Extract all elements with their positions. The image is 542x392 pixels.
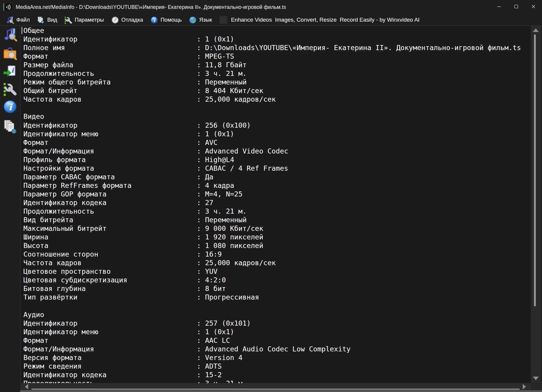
scroll-left-icon[interactable] (25, 384, 28, 389)
section-title-audio: Аудио (20, 310, 531, 319)
info-row: Параметр GOP формата: M=4, N=25 (20, 190, 531, 198)
row-label: Ширина (23, 233, 197, 241)
toolbar-export-button[interactable]: i (3, 65, 17, 79)
info-row: Идентификатор кодека: 15-2 (20, 370, 531, 379)
row-value: Advanced Video Codec (205, 147, 288, 155)
toolbar-about-button[interactable]: i (3, 100, 17, 115)
toolbar-open-folder-button[interactable] (3, 46, 17, 61)
row-label: Идентификатор (23, 319, 197, 327)
row-label: Общий битрейт (23, 87, 197, 95)
row-label: Формат (23, 52, 197, 60)
row-value: 27 (205, 199, 213, 207)
info-row: Идентификатор меню: 1 (0x1) (20, 129, 531, 138)
left-toolbar: ii (0, 26, 20, 392)
scroll-up-icon[interactable] (533, 28, 539, 32)
maximize-button[interactable] (508, 0, 525, 14)
row-value: 4:2:0 (205, 276, 226, 284)
info-row: Общий битрейт: 8 404 Кбит/сек (20, 86, 531, 95)
media-info-text[interactable]: ОбщееИдентификатор: 1 (0x1)Полное имя: D… (20, 26, 531, 383)
row-value: 1 080 пикселей (205, 241, 263, 249)
row-separator: : (197, 69, 205, 77)
title-bar: MediaArea.net/MediaInfo - D:\Downloads\Y… (0, 0, 542, 14)
row-separator: : (197, 95, 205, 103)
close-icon (531, 4, 536, 10)
menu-item-label: Отладка (121, 17, 143, 23)
minimize-button[interactable] (490, 0, 508, 14)
toolbar-options-button[interactable] (3, 82, 17, 97)
row-separator: : (197, 130, 205, 138)
menu-item-language[interactable]: Язык (185, 14, 215, 25)
wrench-dots-icon (3, 82, 17, 97)
menu-item-debug[interactable]: Отладка (108, 14, 147, 25)
blank-line (20, 103, 531, 112)
horizontal-scrollbar[interactable] (20, 383, 531, 390)
row-separator: : (197, 379, 205, 383)
row-value: 15-2 (205, 371, 222, 379)
row-separator: : (197, 267, 205, 275)
info-row: Высота: 1 080 пикселей (20, 241, 531, 250)
row-separator: : (197, 121, 205, 129)
info-row: Режим общего битрейта: Переменный (20, 78, 531, 86)
row-value: 1 (0x1) (205, 35, 234, 43)
info-row: Полное имя: D:\Downloads\YOUTUBE\«Импери… (20, 43, 531, 52)
row-separator: : (197, 164, 205, 172)
row-label: Профиль формата (23, 156, 197, 164)
info-circle-icon: i (3, 100, 17, 115)
row-separator: : (197, 190, 205, 198)
row-value: AVC (205, 138, 218, 146)
vertical-scrollbar-thumb[interactable] (534, 34, 536, 306)
info-row: Формат: AVC (20, 138, 531, 147)
info-row: Идентификатор: 1 (0x1) (20, 35, 531, 43)
row-label: Параметр GOP формата (23, 190, 197, 198)
menu-item-file[interactable]: Файл (2, 14, 33, 25)
blank-line (20, 302, 531, 310)
row-separator: : (197, 156, 205, 164)
docs-globe-icon (3, 119, 17, 135)
info-row: Режим сведения: ADTS (20, 362, 531, 370)
scroll-right-icon[interactable] (523, 384, 526, 389)
row-separator: : (197, 250, 205, 258)
row-value: 16:9 (205, 250, 222, 258)
close-button[interactable] (525, 0, 542, 14)
info-row: Настройки формата: CABAC / 4 Ref Frames (20, 164, 531, 172)
row-value: MPEG-TS (205, 52, 234, 60)
menu-item-label: Файл (16, 17, 30, 23)
info-row: Максимальный битрейт: 9 000 Кбит/сек (20, 224, 531, 233)
mediainfo-window: { "window": { "title": "MediaArea.net/Me… (0, 0, 542, 392)
horizontal-scrollbar-thumb[interactable] (31, 388, 520, 390)
row-label: Параметр RefFrames формата (23, 181, 197, 189)
row-separator: : (197, 284, 205, 292)
row-value: 8 бит (205, 284, 226, 292)
row-label: Частота кадров (23, 95, 197, 103)
row-value: High@L4 (205, 156, 234, 164)
row-separator: : (197, 319, 205, 327)
row-separator: : (197, 362, 205, 370)
row-label: Идентификатор кодека (23, 199, 197, 207)
row-separator: : (197, 138, 205, 146)
scroll-down-icon[interactable] (533, 377, 539, 380)
info-row: Частота кадров: 25,000 кадров/сек (20, 95, 531, 103)
row-label: Идентификатор (23, 35, 197, 43)
vertical-scrollbar[interactable] (531, 26, 541, 383)
menu-item-label: Помощь (161, 17, 182, 23)
menu-item-view[interactable]: Вид (33, 14, 60, 25)
row-separator: : (197, 336, 205, 344)
toolbar-open-file-button[interactable] (3, 28, 17, 42)
row-value: 25,000 кадров/сек (205, 95, 276, 103)
winxvideo-promo-text[interactable]: Enhance Videos Images, Convert, Resize R… (231, 17, 419, 23)
row-label: Высота (23, 241, 197, 249)
menu-item-options[interactable]: Параметры (61, 14, 108, 25)
row-label: Формат/Информация (23, 345, 197, 353)
row-label: Параметр CABAC формата (23, 173, 197, 181)
row-value: Advanced Audio Codec Low Complexity (205, 345, 351, 353)
toolbar-web-report-button[interactable] (3, 120, 17, 135)
export-info-icon: i (3, 64, 17, 80)
menu-item-help[interactable]: iПомощь (147, 14, 185, 25)
info-row: Версия формата: Version 4 (20, 353, 531, 362)
section-title-general: Общее (20, 26, 531, 35)
row-separator: : (197, 241, 205, 249)
row-value: 9 000 Кбит/сек (205, 224, 263, 232)
row-label: Соотношение сторон (23, 250, 197, 258)
help-circle-icon: i (150, 16, 158, 24)
row-value: Переменный (205, 78, 247, 86)
